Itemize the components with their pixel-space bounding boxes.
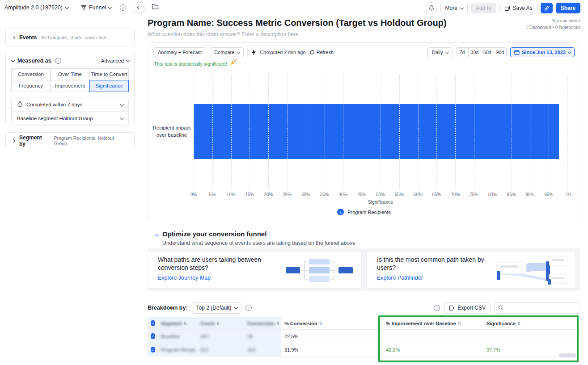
gridline (250, 74, 250, 190)
table-search[interactable] (495, 302, 580, 314)
category-label: Recipient impact over baseline (152, 125, 191, 138)
blurred-column-header[interactable]: Count⇅ (197, 317, 244, 329)
save-as-button[interactable]: Save As (499, 3, 537, 13)
conversion-cell: 22.5% (281, 330, 382, 343)
gridline (268, 74, 269, 190)
sort-icon[interactable]: ⇅ (183, 321, 187, 326)
segment-by-section[interactable]: Segment by Program Recipients, Holdout G… (5, 132, 135, 149)
export-icon (449, 305, 455, 311)
row-checkbox[interactable]: ✓ (151, 333, 155, 339)
measure-option-conversion[interactable]: Conversion (11, 68, 51, 80)
x-tick-label: 50% (376, 192, 385, 197)
pathfinder-card[interactable]: Is this the most common path taken by us… (367, 251, 576, 289)
events-subtitle: All Compute, charts: save chart (41, 35, 106, 40)
collapse-sidebar-button[interactable] (134, 2, 144, 13)
granularity-dropdown[interactable]: Daily (427, 47, 452, 57)
measure-option-improvement[interactable]: Improvement (50, 80, 90, 92)
search-input[interactable] (506, 305, 573, 310)
baseline-segment-row[interactable]: Baseline segment Holdout Group (12, 111, 128, 125)
range-30d[interactable]: 30d (468, 47, 482, 57)
explore-pathfinder-link[interactable]: Explore Pathfinder (377, 275, 423, 281)
view-meta: You can view • 1 Dashboard • 0 Notebooks (526, 17, 580, 31)
completed-within-row[interactable]: Completed within 7 days (12, 97, 128, 111)
breakdown-selector[interactable]: Top 2 (Default) (192, 302, 242, 314)
pathfinder-illustration (496, 256, 567, 285)
chart-legend[interactable]: 1 Program Recipients (148, 209, 580, 215)
row-checkbox[interactable]: ✓ (151, 320, 155, 326)
description-placeholder[interactable]: What question does this chart answer? En… (148, 31, 300, 38)
copy-link-button[interactable] (541, 3, 553, 13)
range-7d[interactable]: 7d (456, 47, 469, 57)
range-90d[interactable]: 90d (494, 47, 507, 57)
blurred-cell: 163 (244, 343, 281, 356)
improvement-cell: - (382, 330, 483, 343)
table-row[interactable]: ✓Program Recipi...51216331.9%42.2%97.7% (148, 343, 580, 357)
chevron-down-icon[interactable] (11, 59, 14, 62)
info-icon[interactable]: i (245, 305, 252, 311)
sort-icon[interactable]: ⇅ (276, 321, 280, 326)
lightning-icon[interactable] (251, 49, 256, 55)
more-button[interactable]: More (440, 3, 468, 13)
journey-map-card[interactable]: What paths are users taking between conv… (148, 251, 361, 289)
share-button[interactable]: Share (556, 3, 580, 13)
view-permission: You can view • (526, 17, 580, 24)
gridline (212, 74, 213, 190)
date-range-label: Since Jun 13, 2023 (522, 50, 566, 55)
info-icon[interactable]: i (120, 4, 126, 11)
chart-card: Anomaly + Forecast Compare Computed 2 mi… (148, 42, 580, 220)
anomaly-forecast-button[interactable]: Anomaly + Forecast (153, 47, 206, 57)
measure-option-time-to-convert[interactable]: Time to Convert (89, 68, 129, 80)
range-60d[interactable]: 60d (481, 47, 494, 57)
chevron-down-icon (108, 5, 112, 9)
measure-option-over-time[interactable]: Over Time (50, 68, 90, 80)
legend-label: Program Recipients (347, 210, 391, 215)
gridline (287, 74, 288, 190)
chevron-down-icon[interactable] (155, 233, 158, 236)
sidebar-topbar: Amplitude 2.0 (187520) Funnel i (0, 0, 141, 15)
column-header[interactable]: Significance⇅ (483, 317, 580, 329)
breakdown-label: Breakdown by: (148, 305, 188, 311)
search-icon (498, 305, 503, 310)
blurred-column-header[interactable]: Segment⇅ (157, 317, 197, 329)
sort-icon[interactable]: ⇅ (517, 321, 521, 326)
share-label: Share (561, 5, 575, 11)
info-icon[interactable]: i (55, 58, 61, 64)
events-section[interactable]: Events All Compute, charts: save chart (5, 29, 135, 46)
measure-option-frequency[interactable]: Frequency (11, 80, 51, 92)
gridline (474, 74, 474, 190)
advanced-dropdown[interactable]: Advanced (101, 58, 129, 63)
blurred-cell: Program Recipi... (157, 343, 197, 356)
notifications-button[interactable] (426, 2, 437, 14)
column-header[interactable]: % Conversion⇅ (281, 317, 382, 329)
column-header[interactable]: % Improvement over Baseline⇅ (382, 317, 483, 329)
gridline (512, 74, 512, 190)
x-tick-label: 10% (227, 192, 236, 197)
sort-icon[interactable]: ⇅ (458, 321, 461, 326)
gridline (436, 74, 437, 190)
horizontal-scrollbar[interactable] (559, 353, 576, 357)
table-row[interactable]: ✓Baseline3477822.5%-- (148, 330, 580, 343)
blurred-column-header[interactable]: Conversion⇅ (244, 317, 281, 329)
explore-journey-map-link[interactable]: Explore Journey Map (158, 275, 211, 281)
significance-bar[interactable] (194, 104, 559, 159)
export-csv-button[interactable]: Export CSV (444, 302, 491, 314)
sort-icon[interactable]: ⇅ (216, 321, 220, 326)
x-tick-label: 40% (338, 192, 347, 197)
folder-icon[interactable] (152, 4, 159, 10)
compare-dropdown[interactable]: Compare (210, 47, 244, 57)
date-range-button[interactable]: Since Jun 13, 2023 (510, 47, 575, 57)
page-title[interactable]: Program Name: Success Metric Conversion … (148, 18, 447, 28)
refresh-label: Refresh (317, 50, 334, 55)
date-range-group: 7d30d60d90d (456, 47, 507, 57)
refresh-button[interactable]: Refresh (309, 50, 334, 55)
info-icon[interactable]: i (434, 305, 440, 311)
sort-icon[interactable]: ⇅ (319, 321, 322, 326)
gridline (194, 74, 194, 190)
measure-option-significance[interactable]: Significance (89, 80, 129, 92)
project-selector[interactable]: Amplitude 2.0 (187520) (4, 4, 68, 11)
chart-type-selector[interactable]: Funnel (80, 4, 111, 11)
add-to-button[interactable]: Add to (471, 3, 496, 13)
row-checkbox[interactable]: ✓ (151, 347, 155, 352)
chart-type-label: Funnel (89, 4, 106, 11)
significance-banner-text: This test is statistically significant! (154, 61, 227, 67)
